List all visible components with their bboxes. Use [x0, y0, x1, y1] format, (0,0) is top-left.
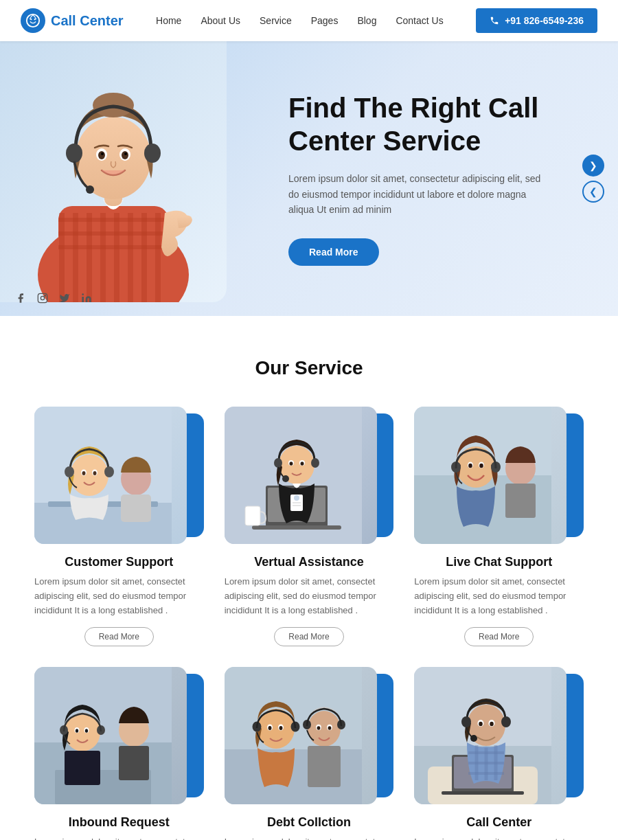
svg-point-94 — [279, 726, 282, 730]
instagram-icon[interactable] — [36, 291, 49, 305]
svg-point-22 — [98, 151, 105, 159]
svg-point-100 — [317, 727, 320, 731]
social-icons — [14, 291, 93, 305]
hero-section: Find The Right Call Center Service Lorem… — [0, 41, 618, 316]
service-image-container-5 — [225, 667, 394, 804]
svg-point-59 — [294, 495, 299, 501]
svg-point-0 — [27, 14, 39, 27]
svg-rect-85 — [119, 746, 149, 780]
svg-point-28 — [86, 185, 94, 194]
service-image-6 — [414, 667, 566, 804]
svg-point-72 — [480, 464, 484, 468]
svg-point-30 — [41, 296, 44, 299]
svg-point-27 — [144, 144, 161, 163]
service-card-6: Call Center Lorem ipsum dolor sit amet, … — [414, 667, 584, 840]
svg-rect-48 — [252, 525, 341, 530]
svg-point-56 — [289, 462, 293, 466]
svg-point-110 — [461, 716, 471, 727]
next-arrow-button[interactable]: ❯ — [582, 155, 604, 177]
facebook-icon[interactable] — [14, 291, 27, 305]
svg-point-32 — [82, 293, 84, 295]
hero-read-more-button[interactable]: Read More — [288, 238, 379, 266]
svg-point-41 — [82, 471, 86, 475]
svg-point-116 — [490, 722, 494, 726]
hero-arrows: ❯ ❮ — [582, 155, 604, 203]
hero-title: Find The Right Call Center Service — [288, 91, 577, 157]
nav-blog[interactable]: Blog — [357, 15, 376, 26]
service-2-read-more[interactable]: Read More — [274, 627, 343, 646]
service-image-container-2 — [225, 407, 394, 544]
service-4-desc: Lorem ipsum dolor sit amet, consectet ad… — [34, 835, 204, 840]
svg-point-1 — [30, 19, 32, 20]
service-image-container-3 — [414, 407, 584, 544]
hero-content: Find The Right Call Center Service Lorem… — [261, 41, 618, 316]
nav-about[interactable]: About Us — [201, 15, 240, 26]
svg-rect-83 — [65, 751, 100, 785]
phone-number: +91 826-6549-236 — [505, 15, 584, 26]
service-3-read-more[interactable]: Read More — [464, 627, 534, 646]
svg-point-112 — [470, 735, 477, 742]
svg-point-51 — [274, 458, 282, 468]
svg-point-95 — [308, 711, 341, 747]
svg-point-42 — [93, 471, 97, 475]
service-6-desc: Lorem ipsum dolor sit amet, consectet ad… — [414, 835, 584, 840]
service-card-3: Live Chat Support Lorem ipsum dolor sit … — [414, 407, 584, 646]
svg-point-52 — [311, 458, 319, 468]
svg-point-25 — [124, 152, 127, 155]
service-1-desc: Lorem ipsum dolor sit amet, consectet ad… — [34, 575, 204, 617]
service-4-title: Inbound Request — [34, 815, 204, 830]
hero-image-area — [0, 41, 261, 316]
svg-point-2 — [34, 19, 36, 20]
service-2-desc: Lorem ipsum dolor sit amet, consectet ad… — [225, 575, 394, 617]
services-title: Our Service — [34, 357, 584, 379]
svg-point-111 — [501, 716, 511, 727]
services-section: Our Service — [0, 316, 618, 840]
svg-point-31 — [45, 295, 45, 296]
service-image-container-4 — [34, 667, 204, 804]
svg-point-38 — [104, 466, 114, 477]
nav-contact[interactable]: Contact Us — [396, 15, 443, 26]
svg-point-93 — [268, 726, 271, 730]
svg-point-37 — [65, 466, 74, 477]
service-1-read-more[interactable]: Read More — [84, 627, 154, 646]
nav-service[interactable]: Service — [260, 15, 292, 26]
svg-point-57 — [300, 462, 304, 466]
service-card-4: Inbound Request Lorem ipsum dolor sit am… — [34, 667, 204, 840]
service-6-title: Call Center — [414, 815, 584, 830]
phone-icon — [490, 16, 499, 25]
service-image-container-1 — [34, 407, 204, 544]
nav-home[interactable]: Home — [156, 15, 181, 26]
service-image-container-6 — [414, 667, 584, 804]
service-5-desc: Lorem ipsum dolor sit amet, consectet ad… — [225, 835, 394, 840]
prev-arrow-button[interactable]: ❮ — [582, 181, 604, 203]
logo[interactable]: Call Center — [21, 8, 124, 33]
service-image-2 — [225, 407, 377, 544]
service-image-5 — [225, 667, 377, 804]
phone-button[interactable]: +91 826-6549-236 — [476, 8, 597, 33]
service-3-desc: Lorem ipsum dolor sit amet, consectet ad… — [414, 575, 584, 617]
service-1-title: Customer Support — [34, 555, 204, 569]
logo-text: Call Center — [51, 13, 124, 29]
svg-point-82 — [85, 729, 88, 734]
hero-description: Lorem ipsum dolor sit amet, consectetur … — [288, 171, 549, 217]
linkedin-icon[interactable] — [80, 291, 93, 305]
main-nav: Home About Us Service Pages Blog Contact… — [156, 15, 444, 26]
svg-rect-65 — [505, 484, 536, 518]
svg-rect-49 — [245, 506, 260, 525]
service-card-2: Vertual Assistance Lorem ipsum dolor sit… — [225, 407, 394, 646]
svg-point-101 — [328, 727, 331, 731]
nav-pages[interactable]: Pages — [311, 15, 339, 26]
service-5-title: Debt Collction — [225, 815, 394, 830]
hero-image-wrapper — [0, 41, 227, 302]
service-card-5: Debt Collction Lorem ipsum dolor sit ame… — [225, 667, 394, 840]
svg-point-53 — [282, 475, 289, 482]
hero-image — [0, 41, 227, 302]
svg-rect-102 — [308, 746, 341, 787]
twitter-icon[interactable] — [58, 291, 71, 305]
svg-point-81 — [76, 729, 78, 734]
services-grid-top: Customer Support Lorem ipsum dolor sit a… — [34, 407, 584, 646]
services-grid-bottom: Inbound Request Lorem ipsum dolor sit am… — [34, 667, 584, 840]
service-3-title: Live Chat Support — [414, 555, 584, 569]
site-header: Call Center Home About Us Service Pages … — [0, 0, 618, 41]
svg-point-26 — [66, 144, 82, 163]
